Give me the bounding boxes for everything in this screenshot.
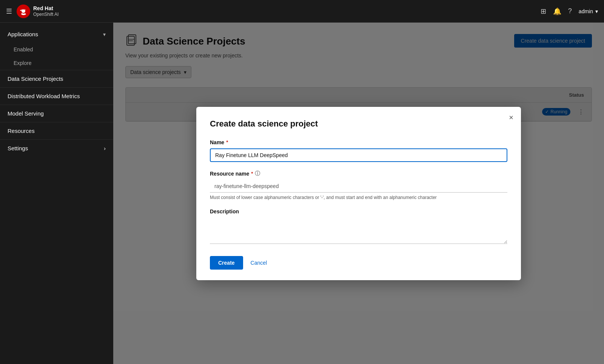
brand-subtitle: OpenShift AI [33,12,59,18]
sidebar-item-explore[interactable]: Explore [0,56,113,70]
resource-name-info-icon[interactable]: ⓘ [255,170,260,177]
description-label: Description [210,208,507,214]
notifications-bell-icon[interactable]: 🔔 [553,7,561,15]
modal-cancel-button[interactable]: Cancel [249,256,269,270]
sidebar: Applications ▾ Enabled Explore Data Scie… [0,23,113,364]
resource-name-input[interactable] [210,180,507,193]
top-navigation: ☰ Red Hat OpenShift AI ⊞ 🔔 ? admin ▾ [0,0,604,23]
sidebar-item-settings[interactable]: Settings › [0,139,113,157]
modal-overlay: Create data science project × Name * Res… [113,23,604,364]
help-question-icon[interactable]: ? [568,7,572,15]
resource-name-label: Resource name * ⓘ [210,170,507,177]
hamburger-menu-icon[interactable]: ☰ [6,7,12,15]
modal-create-button[interactable]: Create [210,256,243,270]
modal-title: Create data science project [210,119,507,129]
description-form-group: Description [210,208,507,245]
description-textarea[interactable] [210,217,507,244]
resource-name-required-indicator: * [251,171,253,176]
main-content: Data Science Projects View your existing… [113,23,604,364]
sidebar-item-enabled[interactable]: Enabled [0,43,113,56]
user-menu[interactable]: admin ▾ [579,8,598,14]
resource-name-form-group: Resource name * ⓘ Must consist of lower … [210,170,507,200]
sidebar-item-applications[interactable]: Applications ▾ [0,26,113,43]
name-input[interactable] [210,148,507,162]
create-project-modal: Create data science project × Name * Res… [196,107,521,280]
brand-logo: Red Hat OpenShift AI [17,5,59,18]
modal-actions: Create Cancel [210,256,507,270]
svg-point-1 [22,10,25,13]
sidebar-item-distributed-workload-metrics[interactable]: Distributed Workload Metrics [0,87,113,105]
sidebar-item-resources[interactable]: Resources [0,122,113,139]
apps-grid-icon[interactable]: ⊞ [541,7,546,15]
name-required-indicator: * [226,139,228,145]
redhat-logo-icon [17,5,30,18]
applications-chevron-icon: ▾ [103,31,106,37]
resource-name-hint: Must consist of lower case alphanumeric … [210,195,507,200]
settings-chevron-right-icon: › [104,145,106,151]
user-name-label: admin [579,8,593,14]
modal-close-button[interactable]: × [509,114,513,121]
applications-label: Applications [8,31,38,37]
sidebar-item-model-serving[interactable]: Model Serving [0,105,113,122]
sidebar-group-applications: Applications ▾ Enabled Explore [0,26,113,70]
name-form-group: Name * [210,139,507,162]
name-label: Name * [210,139,507,145]
brand-name: Red Hat [33,5,59,12]
sidebar-item-data-science-projects[interactable]: Data Science Projects [0,70,113,87]
user-chevron-icon: ▾ [595,8,598,14]
brand-text: Red Hat OpenShift AI [33,5,59,18]
